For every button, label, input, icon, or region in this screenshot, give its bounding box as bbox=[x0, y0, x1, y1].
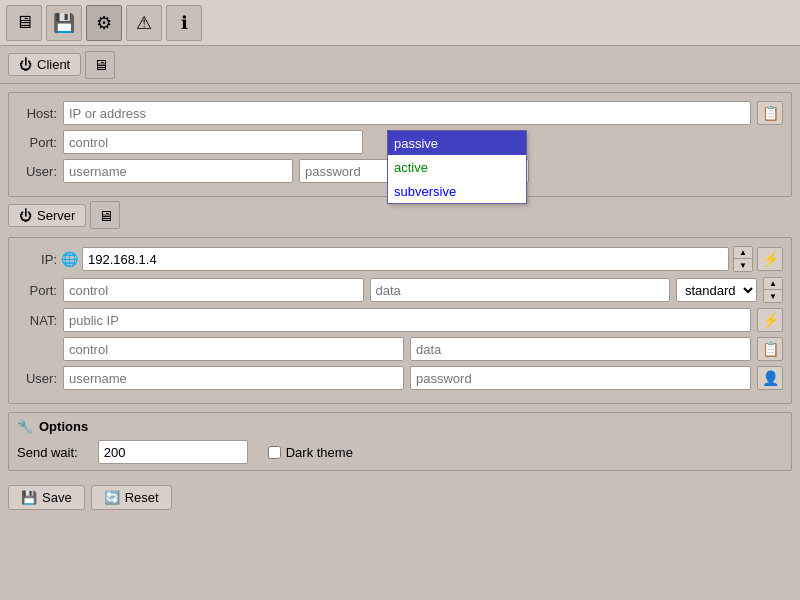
options-row: Send wait: Dark theme bbox=[17, 440, 783, 464]
monitor-icon: 🖥 bbox=[15, 12, 33, 33]
port-spinner-down[interactable]: ▼ bbox=[764, 290, 782, 302]
send-wait-input[interactable] bbox=[98, 440, 248, 464]
nat-control-input[interactable] bbox=[63, 337, 404, 361]
dark-theme-text: Dark theme bbox=[286, 445, 353, 460]
floppy-disk-icon: 💾 bbox=[53, 12, 75, 34]
server-port-row: Port: standard passive active ▲ ▼ bbox=[17, 277, 783, 303]
info-tab-btn[interactable]: ℹ bbox=[166, 5, 202, 41]
info-icon: ℹ bbox=[181, 12, 188, 34]
options-header: 🔧 Options bbox=[17, 419, 783, 434]
server-person-btn[interactable]: 👤 bbox=[757, 366, 783, 390]
monitor-tab-btn[interactable]: 🖥 bbox=[6, 5, 42, 41]
wrench-icon: 🔧 bbox=[17, 419, 33, 434]
nat-data-input[interactable] bbox=[410, 337, 751, 361]
server-tabs: ⏻ Server 🖥 bbox=[8, 201, 792, 229]
bottom-bar: 💾 Save 🔄 Reset bbox=[0, 479, 800, 516]
ip-lightning-icon: ⚡ bbox=[762, 251, 779, 267]
port-type-spinner[interactable]: ▲ ▼ bbox=[763, 277, 783, 303]
power-icon: ⏻ bbox=[19, 57, 32, 72]
nat-copy-icon: 📋 bbox=[762, 341, 779, 357]
dark-theme-checkbox[interactable] bbox=[268, 446, 281, 459]
warning-icon: ⚠ bbox=[136, 12, 152, 34]
ip-spinner-down[interactable]: ▼ bbox=[734, 259, 752, 271]
floppy-tab-btn[interactable]: 💾 bbox=[46, 5, 82, 41]
nat-input[interactable] bbox=[63, 308, 751, 332]
main-content: Host: 📋 Port: passive active bbox=[0, 84, 800, 479]
server-panel: IP: 🌐 ▲ ▼ ⚡ Port: standard passive activ… bbox=[8, 237, 792, 404]
client-monitor-icon-btn[interactable]: 🖥 bbox=[85, 51, 115, 79]
nat-row: NAT: ⚡ bbox=[17, 308, 783, 332]
reset-refresh-icon: 🔄 bbox=[104, 490, 120, 505]
send-wait-label: Send wait: bbox=[17, 445, 78, 460]
server-user-label: User: bbox=[17, 371, 57, 386]
section-tabs: ⏻ Client 🖥 bbox=[0, 46, 800, 84]
port-spinner-up[interactable]: ▲ bbox=[764, 278, 782, 290]
server-username-input[interactable] bbox=[63, 366, 404, 390]
gear-tab-btn[interactable]: ⚙ bbox=[86, 5, 122, 41]
port-label: Port: bbox=[17, 135, 57, 150]
client-tab-label: Client bbox=[37, 57, 70, 72]
server-power-icon: ⏻ bbox=[19, 208, 32, 223]
server-port-type-select[interactable]: standard passive active bbox=[676, 278, 757, 302]
nat-label: NAT: bbox=[17, 313, 57, 328]
user-label: User: bbox=[17, 164, 57, 179]
server-tab[interactable]: ⏻ Server bbox=[8, 204, 86, 227]
client-monitor-icon: 🖥 bbox=[93, 56, 108, 73]
mode-option-passive[interactable]: passive bbox=[388, 131, 526, 155]
server-user-row: User: 👤 bbox=[17, 366, 783, 390]
mode-option-active[interactable]: active bbox=[388, 155, 526, 179]
dark-theme-label[interactable]: Dark theme bbox=[268, 445, 353, 460]
ip-row: IP: 🌐 ▲ ▼ ⚡ bbox=[17, 246, 783, 272]
client-port-input[interactable] bbox=[63, 130, 363, 154]
save-button[interactable]: 💾 Save bbox=[8, 485, 85, 510]
host-copy-icon: 📋 bbox=[762, 105, 779, 121]
top-toolbar: 🖥 💾 ⚙ ⚠ ℹ bbox=[0, 0, 800, 46]
subversive-label: subversive bbox=[394, 184, 456, 199]
reset-label: Reset bbox=[125, 490, 159, 505]
ip-globe-icon: 🌐 bbox=[61, 251, 78, 267]
server-port-data-input[interactable] bbox=[370, 278, 671, 302]
client-tab[interactable]: ⏻ Client bbox=[8, 53, 81, 76]
ip-lightning-btn[interactable]: ⚡ bbox=[757, 247, 783, 271]
save-floppy-icon: 💾 bbox=[21, 490, 37, 505]
client-username-input[interactable] bbox=[63, 159, 293, 183]
save-label: Save bbox=[42, 490, 72, 505]
reset-button[interactable]: 🔄 Reset bbox=[91, 485, 172, 510]
nat-copy-btn[interactable]: 📋 bbox=[757, 337, 783, 361]
passive-label: passive bbox=[394, 136, 438, 151]
server-monitor-icon-btn[interactable]: 🖥 bbox=[90, 201, 120, 229]
ip-spinner[interactable]: ▲ ▼ bbox=[733, 246, 753, 272]
server-port-control-input[interactable] bbox=[63, 278, 364, 302]
gear-icon: ⚙ bbox=[96, 12, 112, 34]
client-panel: Host: 📋 Port: passive active bbox=[8, 92, 792, 197]
server-password-input[interactable] bbox=[410, 366, 751, 390]
ip-spinner-up[interactable]: ▲ bbox=[734, 247, 752, 259]
port-row: Port: passive active subversive bbox=[17, 130, 783, 154]
host-label: Host: bbox=[17, 106, 57, 121]
server-monitor-icon: 🖥 bbox=[98, 207, 113, 224]
nat-ports-row: 📋 bbox=[17, 337, 783, 361]
active-label: active bbox=[394, 160, 428, 175]
warning-tab-btn[interactable]: ⚠ bbox=[126, 5, 162, 41]
server-person-icon: 👤 bbox=[762, 370, 779, 386]
ip-input[interactable] bbox=[82, 247, 729, 271]
mode-dropdown-list: passive active subversive bbox=[387, 130, 527, 204]
ip-label: IP: bbox=[17, 252, 57, 267]
server-port-label: Port: bbox=[17, 283, 57, 298]
nat-lightning-icon: ⚡ bbox=[762, 312, 779, 328]
host-copy-btn[interactable]: 📋 bbox=[757, 101, 783, 125]
host-row: Host: 📋 bbox=[17, 101, 783, 125]
host-input[interactable] bbox=[63, 101, 751, 125]
mode-option-subversive[interactable]: subversive bbox=[388, 179, 526, 203]
nat-lightning-btn[interactable]: ⚡ bbox=[757, 308, 783, 332]
options-panel: 🔧 Options Send wait: Dark theme bbox=[8, 412, 792, 471]
options-title: Options bbox=[39, 419, 88, 434]
server-tab-label: Server bbox=[37, 208, 75, 223]
